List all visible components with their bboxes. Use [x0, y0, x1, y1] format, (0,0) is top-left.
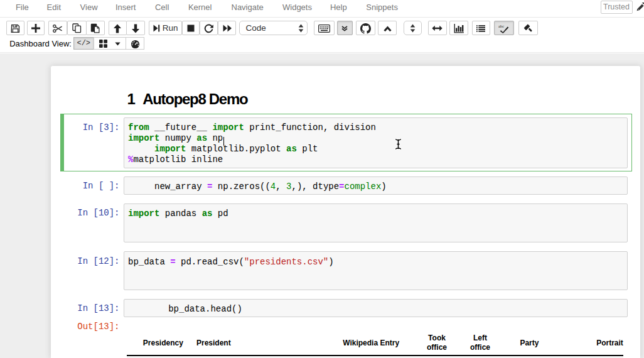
svg-text:abc: abc: [498, 24, 504, 28]
